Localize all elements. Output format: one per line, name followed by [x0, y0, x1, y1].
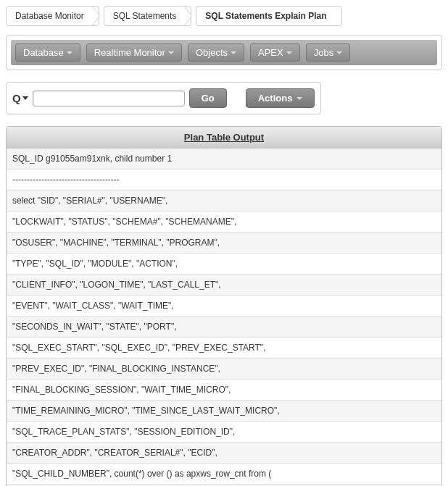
menu-label: Realtime Monitor: [94, 47, 165, 58]
menu-realtime-monitor[interactable]: Realtime Monitor: [86, 43, 182, 62]
menu-label: Database: [23, 47, 64, 58]
go-button[interactable]: Go: [189, 88, 227, 108]
plan-table-output: Plan Table Output SQL_ID g91055am91xnk, …: [6, 126, 442, 486]
breadcrumb-item-db-monitor[interactable]: Database Monitor: [6, 6, 99, 26]
search-icon[interactable]: Q: [12, 92, 28, 104]
plan-output-row: "CREATOR_ADDR", "CREATOR_SERIAL#", "ECID…: [7, 443, 441, 464]
search-toolbar: Q Go Actions: [6, 82, 321, 114]
breadcrumb: Database Monitor SQL Statements SQL Stat…: [6, 6, 442, 26]
menu-objects[interactable]: Objects: [188, 43, 244, 62]
plan-output-row: "SQL_CHILD_NUMBER", count(*) over () as …: [7, 464, 441, 485]
plan-output-row: "CLIENT_INFO", "LOGON_TIME", "LAST_CALL_…: [7, 275, 441, 296]
plan-output-row: "PREV_EXEC_ID", "FINAL_BLOCKING_INSTANCE…: [7, 359, 441, 380]
menu-database[interactable]: Database: [15, 43, 80, 62]
breadcrumb-item-sql-statements[interactable]: SQL Statements: [104, 6, 192, 26]
plan-output-row: SQL_ID g91055am91xnk, child number 1: [7, 148, 441, 169]
menu-label: Jobs: [314, 47, 333, 58]
menu-jobs[interactable]: Jobs: [306, 43, 350, 62]
plan-output-row: "EVENT", "WAIT_CLASS", "WAIT_TIME",: [7, 296, 441, 317]
chevron-down-icon: [231, 51, 236, 54]
menu-label: APEX: [258, 47, 283, 58]
chevron-down-icon: [336, 51, 342, 54]
chevron-down-icon: [168, 51, 174, 54]
plan-output-row: "FINAL_BLOCKING_SESSION", "WAIT_TIME_MIC…: [7, 380, 441, 401]
menu-label: Objects: [196, 47, 228, 58]
plan-output-row: "LOCKWAIT", "STATUS", "SCHEMA#", "SCHEMA…: [7, 211, 441, 232]
chevron-down-icon: [67, 51, 72, 54]
plan-table-header[interactable]: Plan Table Output: [7, 127, 441, 148]
menu-apex[interactable]: APEX: [250, 43, 300, 62]
actions-label: Actions: [258, 93, 293, 104]
breadcrumb-item-explain-plan[interactable]: SQL Statements Explain Plan: [196, 6, 341, 26]
plan-output-row: "SECONDS_IN_WAIT", "STATE", "PORT",: [7, 317, 441, 338]
plan-output-row: "SQL_TRACE_PLAN_STATS", "SESSION_EDITION…: [7, 422, 441, 443]
chevron-down-icon: [22, 96, 28, 100]
plan-output-row: "TYPE", "SQL_ID", "MODULE", "ACTION",: [7, 254, 441, 275]
plan-output-row: select "SID", "SERIAL#", "USERNAME",: [7, 190, 441, 211]
plan-output-row: -------------------------------------: [7, 169, 441, 190]
plan-output-row: "TIME_REMAINING_MICRO", "TIME_SINCE_LAST…: [7, 401, 441, 422]
menubar: Database Realtime Monitor Objects APEX J…: [11, 40, 437, 65]
actions-button[interactable]: Actions: [246, 88, 315, 108]
chevron-down-icon: [286, 51, 292, 54]
plan-output-row: "OSUSER", "MACHINE", "TERMINAL", "PROGRA…: [7, 232, 441, 254]
menubar-container: Database Realtime Monitor Objects APEX J…: [6, 35, 442, 70]
search-input[interactable]: [33, 91, 185, 106]
plan-output-row: "SQL_EXEC_START", "SQL_EXEC_ID", "PREV_E…: [7, 338, 441, 359]
chevron-down-icon: [296, 97, 302, 100]
